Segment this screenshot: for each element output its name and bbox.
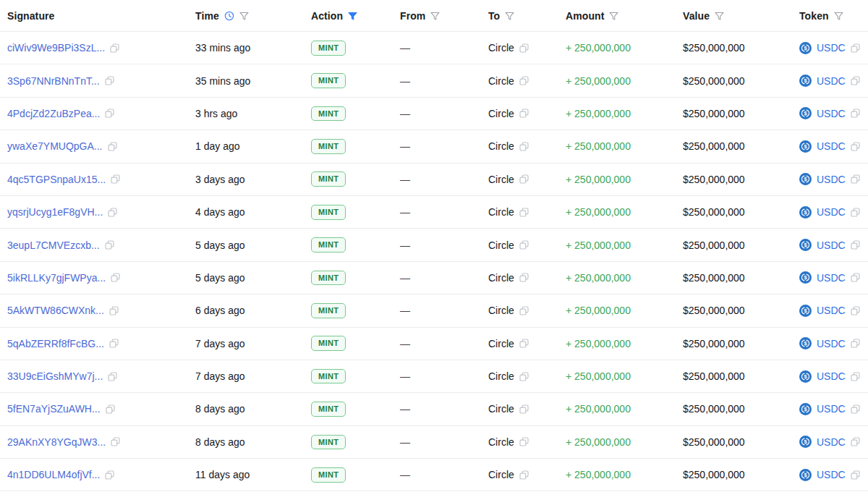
copy-icon[interactable] [519, 339, 529, 348]
action-badge: MINT [311, 435, 346, 450]
copy-icon[interactable] [105, 470, 114, 480]
token-link[interactable]: USDC [817, 75, 846, 87]
action-cell: MINT [304, 467, 393, 483]
to-address-link[interactable]: Circle [488, 75, 514, 87]
copy-icon[interactable] [851, 273, 860, 282]
to-address-link[interactable]: Circle [488, 239, 514, 251]
copy-icon[interactable] [109, 306, 119, 315]
usd-value: $250,000,000 [683, 272, 745, 284]
token-link[interactable]: USDC [817, 206, 846, 218]
copy-icon[interactable] [111, 437, 120, 446]
to-address-link[interactable]: Circle [488, 140, 514, 152]
time-cell: 5 days ago [188, 239, 304, 251]
signature-link[interactable]: yqsrjUcyg1eF8gVH... [7, 206, 103, 218]
signature-link[interactable]: 29AKnXY8YGqJW3... [7, 436, 106, 448]
copy-icon[interactable] [851, 174, 860, 184]
token-link[interactable]: USDC [817, 108, 846, 119]
signature-link[interactable]: 3Sp67NNrBNnTnT... [7, 75, 100, 87]
copy-icon[interactable] [851, 470, 860, 480]
filter-icon-active[interactable] [348, 12, 357, 20]
signature-link[interactable]: 33U9cEiGshMYw7j... [7, 370, 103, 382]
copy-icon[interactable] [111, 174, 120, 184]
to-address-link[interactable]: Circle [488, 174, 514, 185]
to-address-link[interactable]: Circle [488, 206, 514, 218]
column-header-signature: Signature [0, 10, 188, 22]
copy-icon[interactable] [519, 306, 529, 315]
token-link[interactable]: USDC [817, 42, 846, 54]
action-cell: MINT [304, 237, 393, 253]
copy-icon[interactable] [851, 372, 860, 381]
signature-link[interactable]: 5ikRLLKy7gjFWPya... [7, 272, 106, 284]
copy-icon[interactable] [108, 208, 117, 217]
signature-link[interactable]: 3eupL7CMVEzcxb... [7, 239, 100, 251]
token-link[interactable]: USDC [817, 436, 846, 448]
to-address-link[interactable]: Circle [488, 338, 514, 349]
copy-icon[interactable] [519, 43, 529, 53]
token-link[interactable]: USDC [817, 403, 846, 415]
signature-link[interactable]: 5qAbZERRf8fFcBG... [7, 338, 104, 349]
copy-icon[interactable] [108, 372, 117, 381]
signature-link[interactable]: 4n1DD6ULM4ofjVf... [7, 469, 100, 480]
copy-icon[interactable] [519, 109, 529, 118]
copy-icon[interactable] [851, 437, 860, 446]
token-link[interactable]: USDC [817, 338, 846, 349]
filter-icon[interactable] [715, 12, 724, 20]
clock-icon[interactable] [224, 11, 234, 21]
signature-link[interactable]: 4qc5TGPSnpaUx15... [7, 174, 106, 185]
copy-icon[interactable] [519, 470, 529, 480]
to-address-link[interactable]: Circle [488, 469, 514, 480]
to-cell: Circle [481, 75, 558, 87]
token-link[interactable]: USDC [817, 370, 846, 382]
copy-icon[interactable] [519, 208, 529, 217]
copy-icon[interactable] [851, 306, 860, 315]
copy-icon[interactable] [519, 174, 529, 184]
copy-icon[interactable] [851, 240, 860, 250]
filter-icon[interactable] [505, 12, 514, 20]
token-link[interactable]: USDC [817, 140, 846, 152]
to-address-link[interactable]: Circle [488, 403, 514, 415]
usd-value: $250,000,000 [683, 174, 745, 185]
copy-icon[interactable] [106, 404, 115, 414]
to-address-link[interactable]: Circle [488, 108, 514, 119]
signature-link[interactable]: 5AkWTW86CWXnk... [7, 305, 104, 316]
copy-icon[interactable] [519, 437, 529, 446]
token-link[interactable]: USDC [817, 174, 846, 185]
copy-icon[interactable] [851, 339, 860, 348]
filter-icon[interactable] [239, 12, 249, 20]
to-address-link[interactable]: Circle [488, 272, 514, 284]
copy-icon[interactable] [519, 404, 529, 414]
signature-link[interactable]: 5fEN7aYjSZuAWH... [7, 403, 101, 415]
filter-icon[interactable] [430, 12, 440, 20]
copy-icon[interactable] [519, 372, 529, 381]
to-address-link[interactable]: Circle [488, 370, 514, 382]
copy-icon[interactable] [851, 109, 860, 118]
copy-icon[interactable] [519, 142, 529, 151]
token-link[interactable]: USDC [817, 239, 846, 251]
copy-icon[interactable] [111, 273, 120, 282]
to-address-link[interactable]: Circle [488, 305, 514, 316]
filter-icon[interactable] [609, 12, 618, 20]
copy-icon[interactable] [108, 142, 117, 151]
copy-icon[interactable] [851, 76, 860, 85]
copy-icon[interactable] [519, 240, 529, 250]
signature-link[interactable]: 4PdcjZd2ZuBzPea... [7, 108, 100, 119]
to-address-link[interactable]: Circle [488, 436, 514, 448]
signature-link[interactable]: ciWiv9We9BPi3SzL... [7, 42, 105, 54]
copy-icon[interactable] [109, 339, 119, 348]
token-link[interactable]: USDC [817, 305, 846, 316]
copy-icon[interactable] [851, 404, 860, 414]
filter-icon[interactable] [834, 12, 843, 20]
copy-icon[interactable] [519, 76, 529, 85]
copy-icon[interactable] [105, 76, 114, 85]
copy-icon[interactable] [851, 142, 860, 151]
copy-icon[interactable] [105, 240, 114, 250]
token-link[interactable]: USDC [817, 272, 846, 284]
copy-icon[interactable] [110, 43, 119, 53]
copy-icon[interactable] [105, 109, 114, 118]
token-link[interactable]: USDC [817, 469, 846, 480]
copy-icon[interactable] [519, 273, 529, 282]
to-address-link[interactable]: Circle [488, 42, 514, 54]
copy-icon[interactable] [851, 43, 860, 53]
copy-icon[interactable] [851, 208, 860, 217]
signature-link[interactable]: ywaXe7YMUQpGA... [7, 140, 103, 152]
